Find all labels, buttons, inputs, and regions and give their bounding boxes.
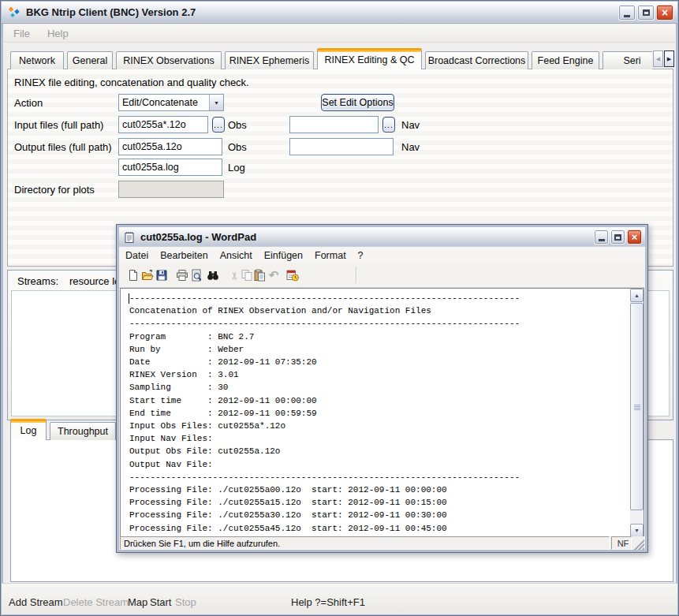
output-nav-label: Nav	[401, 141, 420, 153]
input-obs-field[interactable]	[118, 116, 208, 133]
print-preview-button[interactable]	[190, 267, 203, 283]
date-time-button[interactable]	[286, 267, 299, 283]
wordpad-title: cut0255a.log - WordPad	[140, 231, 256, 243]
cut-button: ✂	[228, 267, 241, 283]
scroll-down-button[interactable]: ▼	[630, 524, 644, 537]
close-button[interactable]: ×	[656, 5, 673, 21]
output-obs-label: Obs	[228, 141, 247, 153]
scroll-up-button[interactable]: ▲	[630, 289, 644, 302]
output-log-label: Log	[228, 162, 245, 174]
copy-button	[241, 267, 253, 283]
print-preview-icon	[190, 269, 203, 282]
tab-log[interactable]: Log	[10, 419, 47, 440]
chevron-left-icon: ◀	[656, 56, 660, 62]
print-button[interactable]	[176, 267, 188, 283]
tab-scroll-left-button[interactable]: ◀	[653, 50, 663, 67]
wordpad-document-icon	[123, 231, 136, 244]
bottom-toolbar: Add Stream Delete Stream Map Start Stop …	[2, 583, 677, 614]
wordpad-toolbar: ✂ ↶	[119, 263, 645, 288]
copy-icon	[241, 269, 253, 282]
wordpad-window: cut0255a.log - WordPad × Datei Bearbeite…	[116, 224, 648, 553]
resize-grip[interactable]	[633, 536, 644, 550]
undo-arrow-icon: ↶	[269, 268, 279, 282]
wordpad-statusbar: Drücken Sie F1, um die Hilfe aufzurufen.…	[120, 536, 644, 550]
save-button[interactable]	[155, 267, 168, 283]
toolbar-separator	[356, 267, 356, 283]
wordpad-document[interactable]: ----------------------------------------…	[121, 289, 630, 537]
open-folder-icon	[141, 269, 154, 282]
close-icon: ×	[632, 232, 638, 242]
scrollbar-thumb[interactable]	[630, 303, 644, 510]
action-label: Action	[14, 97, 43, 109]
undo-button: ↶	[267, 267, 280, 283]
start-button[interactable]: Start	[150, 596, 171, 608]
menu-format[interactable]: Format	[315, 250, 346, 261]
input-obs-browse-button[interactable]: ...	[212, 117, 225, 133]
menu-einfuegen[interactable]: Einfügen	[264, 250, 303, 261]
thumb-grip-icon	[634, 405, 640, 410]
dropdown-button[interactable]: ▼	[209, 95, 223, 110]
menu-help[interactable]: Help	[47, 28, 69, 39]
document-text[interactable]: ----------------------------------------…	[121, 289, 630, 535]
window-title: BKG Ntrip Client (BNC) Version 2.7	[26, 6, 196, 18]
open-button[interactable]	[141, 267, 154, 283]
input-nav-browse-button[interactable]: ...	[382, 117, 395, 133]
delete-stream-button: Delete Stream	[63, 596, 129, 608]
tab-network[interactable]: Network	[10, 51, 64, 69]
set-edit-options-button[interactable]: Set Edit Options	[321, 94, 394, 111]
close-icon: ×	[662, 7, 668, 18]
wordpad-document-area: ----------------------------------------…	[120, 288, 644, 538]
stop-button: Stop	[175, 596, 196, 608]
output-nav-field[interactable]	[289, 138, 394, 155]
wordpad-maximize-button[interactable]	[610, 230, 625, 245]
tab-rinex-observations[interactable]: RINEX Observations	[116, 51, 222, 69]
bnc-titlebar[interactable]: BKG Ntrip Client (BNC) Version 2.7 ×	[2, 2, 677, 24]
arrow-up-icon: ▲	[634, 293, 640, 298]
map-button[interactable]: Map	[128, 596, 147, 608]
panel-description: RINEX file editing, concatenation and qu…	[14, 77, 249, 88]
streams-label: Streams:	[17, 275, 58, 287]
menu-ansicht[interactable]: Ansicht	[220, 250, 252, 261]
wordpad-vertical-scrollbar[interactable]: ▲ ▼	[630, 289, 644, 537]
bnc-app-icon	[7, 6, 21, 20]
paste-clipboard-icon	[253, 269, 266, 282]
tab-broadcast-corrections[interactable]: Broadcast Corrections	[425, 51, 528, 69]
output-log-field[interactable]	[118, 159, 222, 176]
minimize-icon	[599, 239, 605, 241]
new-document-button[interactable]	[127, 267, 140, 283]
action-dropdown[interactable]: Edit/Concatenate ▼	[118, 94, 224, 111]
wordpad-close-button[interactable]: ×	[627, 230, 642, 245]
menu-hilfe[interactable]: ?	[358, 250, 364, 261]
input-files-label: Input files (full path)	[14, 119, 103, 131]
wordpad-minimize-button[interactable]	[594, 230, 609, 245]
wordpad-menubar: Datei Bearbeiten Ansicht Einfügen Format…	[119, 247, 645, 263]
tab-rinex-ephemeris[interactable]: RINEX Ephemeris	[225, 51, 314, 69]
menu-bearbeiten[interactable]: Bearbeiten	[160, 250, 207, 261]
date-time-icon	[286, 269, 299, 282]
wordpad-titlebar[interactable]: cut0255a.log - WordPad ×	[119, 227, 645, 247]
add-stream-button[interactable]: Add Stream	[9, 596, 63, 608]
menu-file[interactable]: File	[13, 28, 30, 39]
tab-throughput[interactable]: Throughput	[50, 422, 116, 440]
tab-rinex-editing-qc[interactable]: RINEX Editing & QC	[317, 48, 422, 69]
input-nav-field[interactable]	[289, 116, 379, 133]
menu-datei[interactable]: Datei	[125, 250, 148, 261]
screen: BKG Ntrip Client (BNC) Version 2.7 × Fil…	[0, 0, 679, 616]
paste-button[interactable]	[253, 267, 266, 283]
plots-dir-label: Directory for plots	[14, 184, 95, 196]
help-shortcut-label[interactable]: Help ?=Shift+F1	[291, 596, 365, 608]
find-button[interactable]	[207, 267, 219, 283]
minimize-button[interactable]	[618, 5, 636, 21]
output-obs-field[interactable]	[118, 138, 222, 155]
tab-scroll-buttons: ◀ ▶	[653, 50, 674, 67]
minimize-icon	[624, 15, 630, 17]
print-icon	[176, 269, 188, 282]
maximize-button[interactable]	[637, 5, 655, 21]
tab-feed-engine[interactable]: Feed Engine	[532, 51, 599, 69]
save-floppy-icon	[155, 269, 168, 282]
tab-serial[interactable]: Seri	[603, 51, 652, 69]
tab-general[interactable]: General	[67, 51, 113, 69]
arrow-down-icon: ▼	[634, 528, 640, 533]
output-files-label: Output files (full path)	[14, 141, 112, 153]
tab-scroll-right-button[interactable]: ▶	[664, 50, 674, 67]
